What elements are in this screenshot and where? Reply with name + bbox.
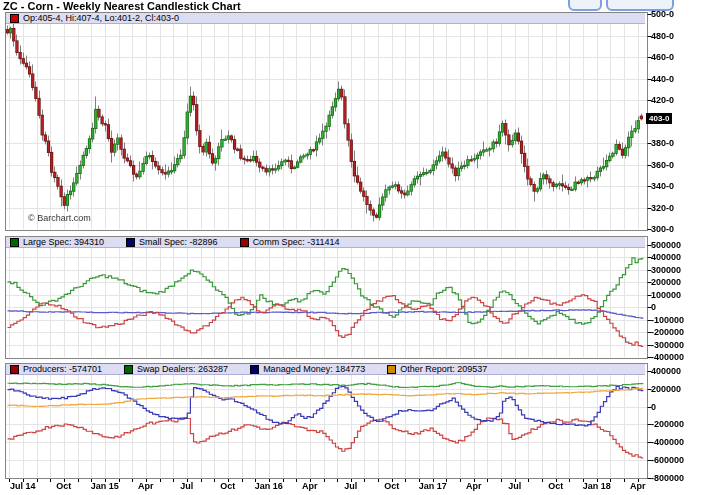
y-axis-tick-label: 380-0 (651, 138, 697, 148)
y-axis-tick-label: 200000 (651, 384, 697, 394)
x-axis-tick-label: Jan 15 (83, 481, 127, 491)
y-axis-tick-label: 480-0 (651, 31, 697, 41)
legend-label: Large Spec: 394310 (23, 237, 104, 247)
y-axis-tick-label: -400000 (651, 352, 697, 362)
y-axis-tick-label: -100000 (651, 315, 697, 325)
y-axis-tick-label: 400000 (651, 366, 697, 376)
legend-swatch-icon (10, 238, 19, 247)
legend-entry: Other Report: 209537 (387, 364, 487, 374)
legend-entry: Producers: -574701 (10, 364, 102, 374)
y-axis-tick-label: 360-0 (651, 160, 697, 170)
x-axis-tick-label: Apr (452, 481, 496, 491)
y-axis-tick-label: -600000 (651, 455, 697, 465)
x-axis-tick-label: Oct (370, 481, 414, 491)
x-axis-tick-label: Apr (288, 481, 332, 491)
x-axis-tick-label: Jan 17 (411, 481, 455, 491)
legend-entry: Op:405-4, Hi:407-4, Lo:401-2, Cl:403-0 (10, 13, 179, 23)
y-axis-tick-label: 400000 (651, 252, 697, 262)
legend-label: Small Spec: -82896 (139, 237, 218, 247)
legend-swatch-icon (387, 365, 396, 374)
cot-legacy-legend-bar: Large Spec: 394310Small Spec: -82896Comm… (6, 237, 645, 248)
y-axis-tick-label: -200000 (651, 419, 697, 429)
legend-label: Other Report: 209537 (400, 364, 487, 374)
legend-swatch-icon (240, 238, 249, 247)
y-axis-tick-label: 300-0 (651, 224, 697, 234)
legend-label: Op:405-4, Hi:407-4, Lo:401-2, Cl:403-0 (23, 13, 179, 23)
last-price-tag: 403-0 (646, 113, 672, 124)
chart-page: ZC - Corn - Weekly Nearest Candlestick C… (0, 0, 720, 495)
toolbar-button-right[interactable] (606, 0, 674, 11)
x-axis-tick-label: Jan 18 (575, 481, 619, 491)
legend-swatch-icon (126, 238, 135, 247)
barchart-watermark: © Barchart.com (28, 213, 91, 223)
y-axis-tick-label: 200000 (651, 277, 697, 287)
x-axis-tick-label: Jul (165, 481, 209, 491)
y-axis-tick-label: 500000 (651, 240, 697, 250)
x-axis-tick-label: Jul 14 (1, 481, 45, 491)
y-axis-tick-label: 340-0 (651, 181, 697, 191)
x-axis-tick-label: Oct (534, 481, 578, 491)
y-axis-tick-label: -400000 (651, 437, 697, 447)
y-axis-tick-label: 0 (651, 402, 697, 412)
y-axis-tick-label: 300000 (651, 265, 697, 275)
y-axis-tick-label: 100000 (651, 290, 697, 300)
y-axis-tick-label: 320-0 (651, 203, 697, 213)
legend-entry: Comm Spec: -311414 (240, 237, 340, 247)
legend-swatch-icon (250, 365, 259, 374)
x-axis-tick-label: Apr (124, 481, 168, 491)
legend-label: Producers: -574701 (23, 364, 102, 374)
legend-label: Swap Dealers: 263287 (137, 364, 228, 374)
page-title: ZC - Corn - Weekly Nearest Candlestick C… (3, 0, 241, 12)
x-axis-tick-label: Jul (493, 481, 537, 491)
y-axis-tick-label: 440-0 (651, 74, 697, 84)
x-axis-tick-label: Oct (42, 481, 86, 491)
legend-swatch-icon (10, 14, 19, 23)
price-legend-bar: Op:405-4, Hi:407-4, Lo:401-2, Cl:403-0 (6, 13, 645, 24)
y-axis-tick-label: 0 (651, 302, 697, 312)
y-axis-tick-label: -300000 (651, 340, 697, 350)
legend-label: Comm Spec: -311414 (253, 237, 340, 247)
cot-disaggregated-legend-bar: Producers: -574701Swap Dealers: 263287Ma… (6, 364, 645, 375)
legend-swatch-icon (10, 365, 19, 374)
legend-label: Managed Money: 184773 (263, 364, 365, 374)
legend-entry: Swap Dealers: 263287 (124, 364, 228, 374)
legend-entry: Small Spec: -82896 (126, 237, 218, 247)
legend-entry: Large Spec: 394310 (10, 237, 104, 247)
x-axis-tick-label: Jan 16 (247, 481, 291, 491)
x-axis-tick-label: Jul (329, 481, 373, 491)
x-axis-tick-label: Oct (206, 481, 250, 491)
legend-entry: Managed Money: 184773 (250, 364, 365, 374)
y-axis-tick-label: 420-0 (651, 95, 697, 105)
y-axis-tick-label: 460-0 (651, 52, 697, 62)
x-axis-tick-label: Apr (616, 481, 660, 491)
legend-swatch-icon (124, 365, 133, 374)
toolbar-button-left[interactable] (568, 0, 602, 11)
y-axis-tick-label: -200000 (651, 327, 697, 337)
